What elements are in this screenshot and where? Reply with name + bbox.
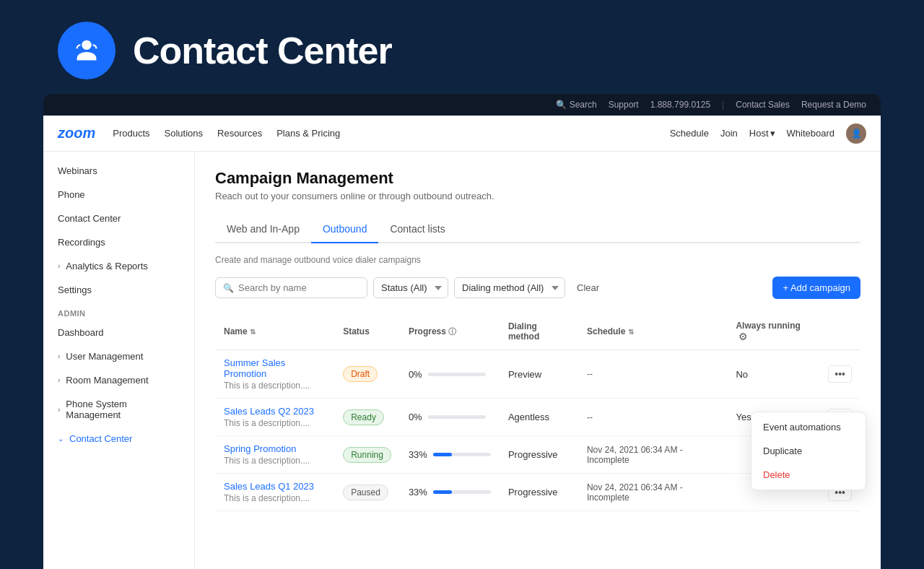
campaign-name-link[interactable]: Sales Leads Q1 2023 [224, 481, 326, 492]
col-always-running: Always running ⚙ [727, 313, 819, 350]
nav-schedule[interactable]: Schedule [670, 125, 709, 142]
context-menu-item[interactable]: Event automations [751, 415, 866, 439]
chevron-icon: › [58, 262, 60, 270]
sidebar-item-settings[interactable]: Settings [43, 278, 194, 302]
table-row: Summer Sales Promotion This is a descrip… [215, 350, 860, 399]
cell-name: Sales Leads Q1 2023 This is a descriptio… [215, 474, 334, 511]
nav-solutions[interactable]: Solutions [165, 125, 203, 142]
context-menu: Event automationsDuplicateDelete [751, 412, 866, 490]
sidebar-item-contact-center-admin[interactable]: ⌄ Contact Center [43, 427, 194, 451]
cell-more: ••• [819, 350, 860, 399]
status-badge: Paused [343, 485, 388, 500]
cell-schedule: Nov 24, 2021 06:34 AM - Incomplete [578, 436, 728, 474]
tab-contact-lists[interactable]: Contact lists [378, 216, 456, 243]
search-label[interactable]: Search [570, 100, 597, 110]
sidebar-item-room-management[interactable]: › Room Management [43, 368, 194, 392]
cell-dialing: Progressive [500, 436, 578, 474]
contact-center-icon [70, 34, 103, 67]
cell-dialing: Agentless [500, 399, 578, 436]
cell-status: Ready [334, 399, 400, 436]
progress-bar-bg [433, 453, 491, 456]
nav-items: Products Solutions Resources Plans & Pri… [113, 125, 669, 142]
request-demo-link[interactable]: Request a Demo [801, 100, 866, 110]
cell-dialing: Progressive [500, 474, 578, 511]
cell-status: Running [334, 436, 400, 474]
search-box[interactable]: 🔍 [215, 277, 367, 298]
avatar[interactable]: 👤 [846, 123, 866, 144]
col-name: Name ⇅ [215, 313, 334, 350]
sort-icon[interactable]: ⇅ [250, 328, 256, 336]
sidebar-label: Contact Center [58, 213, 121, 224]
more-options-button[interactable]: ••• [828, 365, 852, 383]
cell-schedule: -- [578, 350, 728, 399]
sidebar-item-recordings[interactable]: Recordings [43, 230, 194, 254]
hero-icon [58, 22, 116, 79]
cell-dialing: Preview [500, 350, 578, 399]
nav-host[interactable]: Host ▾ [749, 125, 775, 142]
logo[interactable]: zoom [58, 125, 95, 142]
sidebar-item-phone-system[interactable]: › Phone System Management [43, 392, 194, 427]
campaign-name-link[interactable]: Spring Promotion [224, 443, 326, 454]
progress-value: 0% [409, 369, 422, 380]
context-menu-item[interactable]: Delete [751, 463, 866, 487]
phone-number: 1.888.799.0125 [650, 100, 710, 110]
context-menu-item[interactable]: Duplicate [751, 439, 866, 463]
sort-icon[interactable]: ⇅ [628, 328, 634, 336]
support-link[interactable]: Support [609, 100, 639, 110]
col-schedule: Schedule ⇅ [578, 313, 728, 350]
chevron-down-icon: ▾ [770, 128, 775, 139]
cell-name: Spring Promotion This is a description..… [215, 436, 334, 474]
cell-status: Draft [334, 350, 400, 399]
nav-plans[interactable]: Plans & Pricing [276, 125, 340, 142]
sidebar-item-user-management[interactable]: › User Management [43, 344, 194, 368]
campaign-desc: This is a description.... [224, 493, 326, 503]
status-badge: Ready [343, 409, 384, 425]
cell-progress: 33% [400, 474, 500, 511]
sidebar-item-phone[interactable]: Phone [43, 183, 194, 207]
sidebar-item-dashboard[interactable]: Dashboard [43, 321, 194, 344]
cell-name: Sales Leads Q2 2023 This is a descriptio… [215, 399, 334, 436]
filter-bar: 🔍 Status (All) Dialing method (All) Clea… [215, 277, 860, 299]
chevron-icon: › [58, 376, 60, 384]
progress-bar-bg [428, 373, 486, 376]
campaign-name-link[interactable]: Summer Sales Promotion [224, 357, 326, 379]
tab-description: Create and manage outbound voice dialer … [215, 255, 860, 265]
sidebar-label: Contact Center [69, 433, 132, 444]
svg-point-0 [82, 40, 91, 50]
dialing-method-filter[interactable]: Dialing method (All) [454, 277, 565, 298]
add-campaign-button[interactable]: + Add campaign [772, 277, 860, 299]
sidebar-label: Analytics & Reports [66, 261, 147, 272]
nav-whiteboard[interactable]: Whiteboard [787, 125, 834, 142]
hero-section: Contact Center [0, 0, 924, 94]
top-search[interactable]: 🔍 Search [556, 100, 597, 110]
sidebar-label: Recordings [58, 237, 105, 248]
campaign-name-link[interactable]: Sales Leads Q2 2023 [224, 406, 326, 417]
nav-right: Schedule Join Host ▾ Whiteboard 👤 [670, 123, 866, 144]
nav-resources[interactable]: Resources [217, 125, 262, 142]
gear-button[interactable]: ⚙ [738, 331, 748, 342]
chevron-icon: › [58, 352, 60, 360]
nav-products[interactable]: Products [113, 125, 149, 142]
sidebar-item-contact-center[interactable]: Contact Center [43, 207, 194, 230]
col-actions [819, 313, 860, 350]
tab-web-in-app[interactable]: Web and In-App [215, 216, 311, 243]
search-input[interactable] [238, 282, 359, 293]
chevron-down-icon: ⌄ [58, 435, 64, 443]
table-header-row: Name ⇅ Status Progress ⓘ Dialing method … [215, 313, 860, 350]
top-utility-bar: 🔍 Search Support 1.888.799.0125 | Contac… [43, 94, 881, 116]
tab-outbound[interactable]: Outbound [311, 216, 379, 243]
progress-value: 33% [409, 449, 427, 460]
progress-bar-bg [433, 490, 491, 494]
contact-sales-link[interactable]: Contact Sales [736, 100, 790, 110]
sidebar-label: User Management [66, 351, 143, 362]
sidebar-label: Room Management [66, 375, 148, 386]
sidebar-label: Dashboard [58, 327, 104, 338]
sidebar-label: Phone [58, 189, 85, 200]
chevron-icon: › [58, 406, 60, 414]
status-filter[interactable]: Status (All) [373, 277, 448, 298]
sidebar-item-webinars[interactable]: Webinars [43, 159, 194, 183]
nav-join[interactable]: Join [720, 125, 738, 142]
sidebar-label: Webinars [58, 165, 97, 176]
sidebar-item-analytics[interactable]: › Analytics & Reports [43, 254, 194, 278]
clear-button[interactable]: Clear [571, 278, 605, 297]
